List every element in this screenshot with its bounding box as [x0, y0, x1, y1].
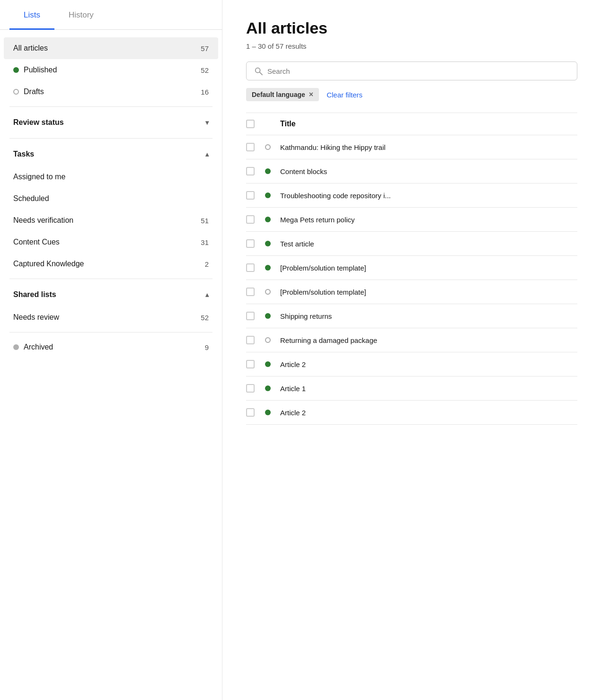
article-row[interactable]: Article 2 [246, 401, 577, 425]
article-checkbox-1[interactable] [246, 167, 255, 175]
needs-review-label: Needs review [13, 313, 59, 322]
article-row[interactable]: Content blocks [246, 159, 577, 184]
results-count: 1 – 30 of 57 results [246, 42, 577, 50]
sidebar-item-assigned-to-me[interactable]: Assigned to me [0, 166, 222, 188]
drafts-label: Drafts [24, 88, 44, 96]
article-checkbox-6[interactable] [246, 288, 255, 296]
captured-knowledge-count: 2 [205, 260, 209, 268]
select-all-checkbox[interactable] [246, 120, 255, 128]
sidebar-item-archived[interactable]: Archived 9 [0, 336, 222, 358]
clear-filters-button[interactable]: Clear filters [327, 91, 362, 99]
article-title-1: Content blocks [280, 167, 577, 175]
article-title-0: Kathmandu: Hiking the Hippy trail [280, 143, 577, 151]
svg-line-1 [260, 72, 262, 75]
article-status-dot-0 [265, 144, 271, 150]
tab-bar: Lists History [0, 0, 222, 30]
article-title-4: Test article [280, 240, 577, 248]
article-status-dot-11 [265, 410, 271, 415]
article-status-dot-9 [265, 361, 271, 367]
article-title-10: Article 1 [280, 385, 577, 393]
article-row[interactable]: Article 1 [246, 376, 577, 401]
sidebar-item-all-articles[interactable]: All articles 57 [4, 37, 218, 59]
needs-verification-label: Needs verification [13, 216, 73, 225]
drafts-count: 16 [201, 88, 209, 96]
review-status-section[interactable]: Review status ▾ [0, 111, 222, 134]
divider-2 [9, 138, 212, 139]
article-status-dot-3 [265, 217, 271, 222]
article-row[interactable]: Article 2 [246, 352, 577, 376]
needs-review-count: 52 [201, 314, 209, 322]
divider-3 [9, 279, 212, 279]
sidebar-item-scheduled[interactable]: Scheduled [0, 188, 222, 210]
filter-tag-label: Default language [252, 91, 305, 98]
filter-bar: Default language × Clear filters [246, 88, 577, 101]
sidebar: Lists History All articles 57 Published … [0, 0, 222, 700]
article-status-dot-8 [265, 337, 271, 343]
main-content: All articles 1 – 30 of 57 results Defaul… [222, 0, 601, 700]
published-label: Published [24, 66, 57, 74]
search-input[interactable] [267, 67, 569, 75]
page-title: All articles [246, 19, 577, 37]
article-checkbox-2[interactable] [246, 191, 255, 200]
article-list-header: Title [246, 113, 577, 135]
tab-history[interactable]: History [54, 0, 108, 30]
article-status-dot-7 [265, 313, 271, 319]
article-status-dot-6 [265, 289, 271, 295]
article-title-9: Article 2 [280, 360, 577, 368]
shared-lists-label: Shared lists [13, 290, 56, 299]
sidebar-item-drafts[interactable]: Drafts 16 [0, 81, 222, 103]
tasks-label: Tasks [13, 150, 34, 158]
filter-tag-default-language: Default language × [246, 88, 319, 101]
article-status-dot-4 [265, 241, 271, 246]
filter-tag-close-button[interactable]: × [309, 91, 313, 98]
article-title-6: [Problem/solution template] [280, 288, 577, 296]
column-title: Title [280, 120, 296, 128]
all-articles-label: All articles [13, 44, 48, 52]
article-checkbox-5[interactable] [246, 263, 255, 272]
sidebar-item-published[interactable]: Published 52 [0, 59, 222, 81]
shared-lists-chevron: ▴ [205, 291, 209, 298]
tasks-section[interactable]: Tasks ▴ [0, 142, 222, 166]
tab-lists[interactable]: Lists [9, 0, 54, 30]
sidebar-item-needs-verification[interactable]: Needs verification 51 [0, 210, 222, 231]
shared-lists-section[interactable]: Shared lists ▴ [0, 283, 222, 306]
article-row[interactable]: Kathmandu: Hiking the Hippy trail [246, 135, 577, 159]
article-row[interactable]: [Problem/solution template] [246, 280, 577, 304]
article-rows-container: Kathmandu: Hiking the Hippy trail Conten… [246, 135, 577, 425]
article-checkbox-4[interactable] [246, 239, 255, 248]
sidebar-item-content-cues[interactable]: Content Cues 31 [0, 231, 222, 253]
review-status-label: Review status [13, 118, 64, 127]
article-title-11: Article 2 [280, 409, 577, 417]
divider-1 [9, 106, 212, 107]
article-row[interactable]: Troubleshooting code repository i... [246, 184, 577, 208]
article-checkbox-10[interactable] [246, 384, 255, 393]
article-checkbox-11[interactable] [246, 408, 255, 417]
article-status-dot-2 [265, 192, 271, 198]
content-cues-label: Content Cues [13, 238, 60, 246]
article-checkbox-9[interactable] [246, 360, 255, 368]
archived-label: Archived [24, 343, 53, 351]
review-status-chevron: ▾ [205, 119, 209, 126]
published-dot [13, 67, 19, 73]
article-title-3: Mega Pets return policy [280, 216, 577, 224]
article-row[interactable]: Test article [246, 232, 577, 256]
needs-verification-count: 51 [201, 217, 209, 225]
sidebar-item-captured-knowledge[interactable]: Captured Knowledge 2 [0, 253, 222, 275]
article-row[interactable]: Returning a damaged package [246, 328, 577, 352]
all-articles-count: 57 [201, 44, 209, 52]
article-list: Title Kathmandu: Hiking the Hippy trail … [246, 113, 577, 425]
article-row[interactable]: Shipping returns [246, 304, 577, 328]
sidebar-item-needs-review[interactable]: Needs review 52 [0, 306, 222, 328]
drafts-dot [13, 89, 19, 95]
article-checkbox-7[interactable] [246, 312, 255, 320]
article-status-dot-1 [265, 168, 271, 174]
article-checkbox-3[interactable] [246, 215, 255, 224]
article-row[interactable]: Mega Pets return policy [246, 208, 577, 232]
divider-4 [9, 332, 212, 332]
article-row[interactable]: [Problem/solution template] [246, 256, 577, 280]
article-checkbox-8[interactable] [246, 336, 255, 344]
article-checkbox-0[interactable] [246, 143, 255, 151]
article-title-2: Troubleshooting code repository i... [280, 192, 577, 200]
search-icon [254, 67, 263, 75]
article-title-7: Shipping returns [280, 312, 577, 320]
